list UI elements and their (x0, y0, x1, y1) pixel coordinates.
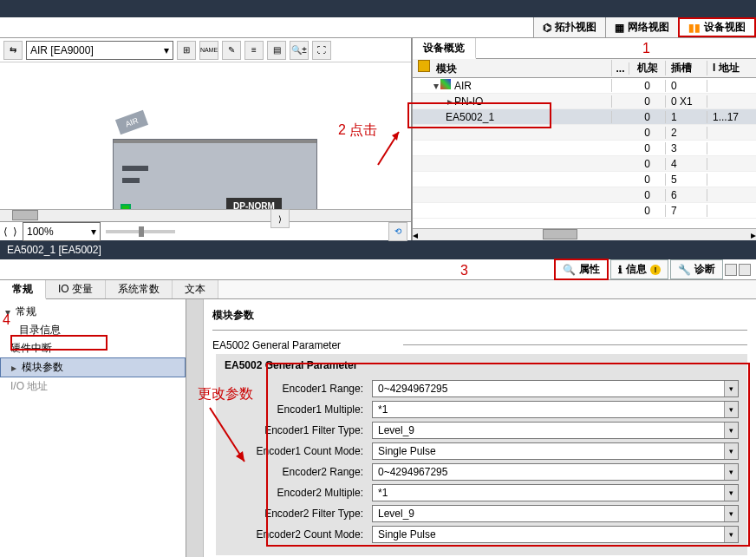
param-content: 模块参数 EA5002 General Parameter EA5002 Gen… (204, 299, 756, 557)
table-row[interactable]: ▾AIR00 (413, 78, 756, 94)
toolbar-btn-4[interactable]: ≡ (244, 41, 264, 60)
subtab-io[interactable]: IO 变量 (46, 280, 106, 298)
col-slot: 插槽 (666, 61, 707, 75)
toolbar-btn-1[interactable]: ⊞ (177, 41, 196, 60)
air-label: AIR (115, 110, 148, 135)
nav-io-addr[interactable]: I/O 地址 (0, 377, 186, 396)
device-canvas[interactable]: AIR DP-NORM (0, 62, 411, 209)
tab-properties[interactable]: 🔍 属性 (554, 259, 609, 280)
table-row[interactable]: 02 (413, 125, 756, 141)
nav-general[interactable]: ▾ 常规 (0, 303, 186, 321)
param-row: Encoder2 Filter Type:Level_9▾ (225, 505, 739, 522)
window-action-2[interactable] (739, 264, 751, 276)
show-hide-button[interactable]: ⇆ (3, 41, 23, 60)
cell-slot: 4 (666, 158, 707, 170)
param-dropdown[interactable]: 0~4294967295▾ (372, 463, 739, 481)
tab-info[interactable]: ℹ 信息 ! (610, 259, 668, 279)
cell-rack: 0 (629, 95, 666, 108)
tab-device-overview[interactable]: 设备概览 (413, 38, 476, 59)
tab-topology[interactable]: ⌬ 拓扑视图 (533, 17, 605, 37)
device-rack[interactable]: DP-NORM (113, 139, 317, 220)
tab-label: 诊断 (694, 262, 715, 277)
param-label: Encoder2 Filter Type: (225, 508, 372, 520)
param-value: *1 (378, 403, 388, 416)
param-value: Level_9 (378, 424, 414, 436)
property-body: ▾ 常规 目录信息 硬件中断 ▸ 模块参数 I/O 地址 模块参数 EA5002… (0, 299, 756, 557)
col-more[interactable]: ... (612, 62, 629, 75)
subtab-sysconst[interactable]: 系统常数 (106, 280, 173, 298)
param-label: Encoder1 Filter Type: (225, 424, 372, 436)
tab-diagnostics[interactable]: 🔧 诊断 (670, 259, 723, 279)
module-name: AIR (454, 80, 472, 92)
window-title-bar (0, 0, 756, 17)
warning-badge: ! (650, 265, 661, 275)
zoom-slider[interactable] (106, 230, 175, 233)
collapse-icon[interactable]: ▾ (5, 306, 16, 318)
chevron-right-icon[interactable]: ⟩ (13, 226, 17, 238)
expand-icon[interactable]: ▸ (11, 362, 22, 374)
tab-label: 拓扑视图 (555, 20, 596, 35)
property-subtabs: 常规 IO 变量 系统常数 文本 (0, 280, 756, 299)
chevron-left-icon[interactable]: ⟨ (3, 226, 8, 238)
nav-catalog[interactable]: 目录信息 (0, 321, 186, 339)
device-selector[interactable]: AIR [EA9000] ▾ (26, 41, 173, 60)
param-dropdown[interactable]: Level_9▾ (372, 505, 739, 522)
cell-rack: 0 (629, 80, 666, 92)
param-dropdown[interactable]: Single Pulse▾ (372, 526, 739, 543)
tree-toggle-icon[interactable]: ▾ (432, 80, 440, 92)
nav-module-params[interactable]: ▸ 模块参数 (0, 357, 186, 377)
chevron-down-icon: ▾ (724, 527, 738, 542)
nav-hw-interrupt[interactable]: 硬件中断 (0, 339, 186, 357)
diag-icon: 🔧 (678, 264, 691, 276)
section-sub2: EA5002 General Parameter (225, 359, 739, 371)
toolbar-btn-3[interactable]: ✎ (222, 41, 241, 60)
table-row[interactable]: 05 (413, 172, 756, 187)
col-rack: 机架 (629, 61, 666, 75)
tab-label: 信息 (626, 262, 647, 277)
param-value: Single Pulse (378, 445, 436, 457)
tree-toggle-icon[interactable]: ▸ (446, 95, 454, 108)
module-table-header: 模块 ... 机架 插槽 I 地址 (413, 59, 756, 78)
param-dropdown[interactable]: 0~4294967295▾ (372, 380, 739, 397)
table-row[interactable]: 07 (413, 203, 756, 219)
param-row: Encoder2 Count Mode:Single Pulse▾ (225, 526, 739, 543)
window-action-1[interactable] (725, 264, 737, 276)
toolbar-btn-5[interactable]: ▤ (267, 41, 286, 60)
toolbar-btn-2[interactable]: NAME (199, 41, 218, 60)
subtab-text[interactable]: 文本 (173, 280, 218, 298)
param-dropdown[interactable]: *1▾ (372, 401, 739, 418)
table-row[interactable]: ▸PN-IO00 X1 (413, 94, 756, 109)
cell-rack: 0 (629, 127, 666, 139)
toolbar-btn-6[interactable]: ⛶ (312, 41, 331, 60)
table-row[interactable]: 04 (413, 156, 756, 172)
network-icon: ▦ (615, 22, 624, 34)
collapse-handle-left[interactable]: ⟩ (270, 209, 290, 228)
cell-slot: 5 (666, 174, 707, 186)
param-label: Encoder1 Multiple: (225, 403, 372, 416)
param-dropdown[interactable]: Single Pulse▾ (372, 442, 739, 460)
param-dropdown[interactable]: *1▾ (372, 484, 739, 501)
section-sub1: EA5002 General Parameter (212, 339, 747, 351)
param-value: *1 (378, 487, 388, 499)
section-strip (186, 299, 204, 557)
table-row[interactable]: 03 (413, 141, 756, 156)
tab-label: 设备概览 (423, 41, 465, 56)
device-selector-value: AIR [EA9000] (30, 44, 94, 56)
param-label: Encoder2 Count Mode: (225, 528, 372, 541)
cell-rack: 0 (629, 111, 666, 123)
section-title: 模块参数 (212, 308, 747, 323)
canvas-h-scroll[interactable]: ⟩ (0, 209, 411, 221)
zoom-in-button[interactable]: 🔍± (290, 41, 309, 60)
properties-icon: 🔍 (563, 264, 576, 276)
restore-button[interactable]: ⟲ (388, 222, 407, 241)
device-icon: ▮▮ (688, 22, 701, 34)
table-row[interactable]: EA5002_1011...17 (413, 109, 756, 125)
param-dropdown[interactable]: Level_9▾ (372, 422, 739, 439)
subtab-general[interactable]: 常规 (0, 280, 46, 299)
zoom-select[interactable]: 100% ▾ (23, 222, 101, 241)
tab-device[interactable]: ▮▮ 设备视图 (678, 17, 756, 37)
overview-h-scroll[interactable]: ◂ ▸ (413, 228, 756, 240)
tab-network[interactable]: ▦ 网络视图 (605, 17, 678, 37)
table-row[interactable]: 06 (413, 187, 756, 203)
cell-slot: 2 (666, 127, 707, 139)
